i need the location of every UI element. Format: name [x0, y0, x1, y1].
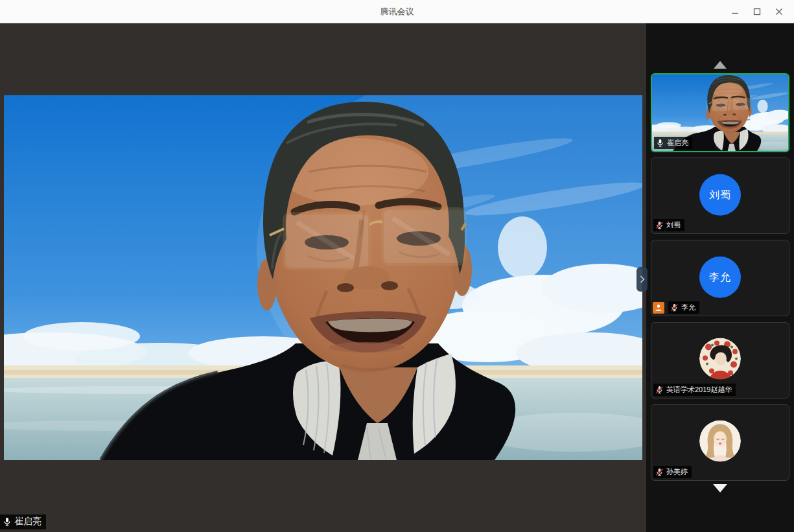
active-speaker-name: 崔启亮 [14, 516, 41, 527]
participant-name-label: 英语学术2019赵越华 [653, 384, 736, 396]
avatar-initials: 李允 [709, 270, 731, 284]
collapse-sidebar-handle[interactable] [636, 267, 648, 292]
mic-muted-icon [655, 468, 664, 476]
active-speaker-label: 崔启亮 [0, 515, 46, 529]
participant-name: 李允 [681, 303, 695, 312]
participant-tile-liyun[interactable]: 李允 李允 [651, 240, 789, 316]
avatar: 刘蜀 [699, 174, 741, 216]
participant-tile-sunmeiting[interactable]: 孙美婷 [651, 404, 789, 481]
host-badge-icon [653, 302, 664, 314]
participant-name: 孙美婷 [666, 467, 688, 477]
maximize-icon [753, 8, 761, 16]
minimize-button[interactable] [724, 2, 746, 21]
tencent-meeting-window: 腾讯会议 崔启亮 [0, 0, 794, 532]
collapse-sidebar-icon [640, 275, 645, 283]
main-stage: 崔启亮 [0, 23, 646, 532]
mic-muted-icon [670, 303, 679, 312]
participants-sidebar: 崔启亮 刘蜀 刘蜀 李允 李允 [646, 23, 794, 532]
scroll-up-button[interactable] [646, 61, 794, 69]
scroll-down-icon [713, 484, 727, 492]
participant-name: 英语学术2019赵越华 [666, 385, 732, 395]
mic-on-icon [656, 139, 664, 147]
avatar-initials: 刘蜀 [709, 188, 731, 202]
participant-tile-liushu[interactable]: 刘蜀 刘蜀 [651, 157, 789, 234]
avatar [699, 420, 741, 461]
close-button[interactable] [768, 2, 790, 21]
mic-on-icon [3, 517, 12, 526]
mic-muted-icon [655, 221, 664, 229]
window-title: 腾讯会议 [380, 6, 414, 17]
participant-name-label: 李允 [668, 301, 699, 314]
scroll-up-icon [714, 61, 727, 69]
participant-name-label: 孙美婷 [653, 466, 692, 478]
participant-name: 崔启亮 [667, 138, 688, 148]
avatar: 李允 [699, 257, 741, 298]
window-controls [724, 0, 790, 23]
participant-tile-cuiqiliang[interactable]: 崔启亮 [651, 73, 789, 152]
minimize-icon [731, 8, 739, 16]
participant-name-label: 刘蜀 [653, 219, 684, 231]
participant-tile-zhaoyuehua[interactable]: 英语学术2019赵越华 [651, 322, 789, 399]
main-video [4, 95, 642, 460]
mic-muted-icon [655, 386, 664, 394]
scroll-down-button[interactable] [646, 484, 794, 492]
participant-name-label: 崔启亮 [654, 137, 692, 149]
maximize-button[interactable] [746, 2, 768, 21]
title-bar: 腾讯会议 [0, 0, 794, 23]
close-icon [775, 8, 783, 16]
participant-name: 刘蜀 [666, 220, 681, 230]
avatar [699, 338, 741, 379]
